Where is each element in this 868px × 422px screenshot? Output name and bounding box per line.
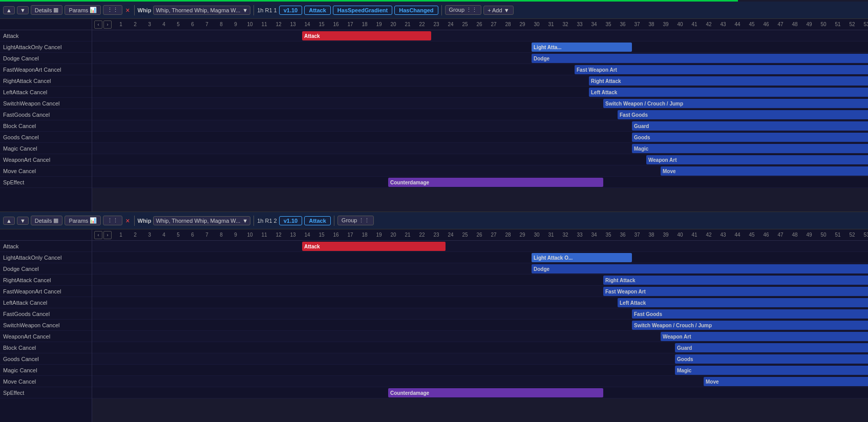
toolbar-sep-1a [134,5,135,15]
block-12[interactable]: Move [661,166,868,176]
frame-number-10: 10 [243,229,257,241]
block-9[interactable]: Goods [632,133,868,142]
nav-left-2[interactable]: ‹ [94,231,102,239]
row-label-5: LeftAttack Cancel [0,297,92,308]
frame-number-30: 30 [530,19,544,30]
block-1[interactable]: Light Atta... [532,43,632,52]
frame-number-11: 11 [257,19,271,30]
weapon-dropdown-arrow-2: ▼ [242,218,248,224]
frame-number-2: 2 [128,19,142,30]
attack-badge-2[interactable]: Attack [304,216,331,225]
row-label-3: RightAttack Cancel [0,275,92,286]
collapse-up-btn-1[interactable]: ▲ [3,6,15,14]
group-label-1: Group ⋮⋮ [449,7,478,13]
add-btn-1[interactable]: + Add ▼ [483,6,513,15]
block-4[interactable]: Right Attack [589,76,868,86]
weapon-select-1[interactable]: Whip, Thorned Whip, Magma W... ▼ [153,6,250,15]
params-btn-1[interactable]: Params 📊 [65,5,101,15]
frame-number-41: 41 [687,19,702,30]
block-0[interactable]: Attack [302,242,446,251]
collapse-down-btn-1[interactable]: ▼ [17,6,29,14]
block-7[interactable]: Switch Weapon / Crouch / Jump [632,321,868,330]
frame-number-41: 41 [687,229,702,241]
frame-number-47: 47 [773,19,788,30]
block-11[interactable]: Weapon Art [646,155,868,164]
collapse-up-btn-2[interactable]: ▲ [3,217,15,225]
row-label-3: FastWeaponArt Cancel [0,64,92,75]
block-9[interactable]: Guard [675,343,868,352]
close-btn-2[interactable]: × [124,217,131,225]
frame-number-5: 5 [171,19,185,30]
row-labels-2: AttackLightAttackOnly CancelDodge Cancel… [0,241,92,422]
nav-left-1[interactable]: ‹ [94,20,102,29]
block-7[interactable]: Fast Goods [618,110,868,119]
frame-number-45: 45 [745,229,759,241]
grid-btn-2[interactable]: ⋮⋮ [103,216,122,225]
collapse-down-btn-2[interactable]: ▼ [17,217,29,225]
block-6[interactable]: Switch Weapon / Crouch / Jump [603,99,868,108]
block-13[interactable]: Counterdamage [388,178,603,187]
frame-number-13: 13 [286,229,300,241]
toolbar-sep-1b [253,5,254,15]
block-10[interactable]: Goods [675,354,868,364]
frame-number-25: 25 [458,229,472,241]
block-8[interactable]: Guard [632,121,868,131]
frame-number-43: 43 [716,19,730,30]
tracks-area-2: AttackLight Attack O...DodgeRight Attack… [92,241,868,422]
frame-number-53: 53 [859,19,868,30]
frame-number-38: 38 [644,19,659,30]
block-2[interactable]: Dodge [532,54,868,63]
block-11[interactable]: Magic [675,366,868,375]
weapon-select-2[interactable]: Whip, Thorned Whip, Magma W... ▼ [153,216,250,225]
block-0[interactable]: Attack [302,31,431,40]
block-13[interactable]: Counterdamage [388,388,603,397]
frame-number-21: 21 [400,229,415,241]
frame-number-29: 29 [515,229,530,241]
details-icon-2: ▦ [53,217,58,224]
hasspeedgradient-badge-1[interactable]: HasSpeedGradient [333,6,392,15]
frame-number-32: 32 [558,229,573,241]
row-label-2: Dodge Cancel [0,53,92,64]
nav-right-2[interactable]: › [103,231,112,239]
haschanged-badge-1[interactable]: HasChanged [394,6,438,15]
row-label-7: SwitchWeapon Cancel [0,320,92,331]
frame-number-37: 37 [630,229,644,241]
details-btn-1[interactable]: Details ▦ [31,5,63,15]
block-10[interactable]: Magic [632,144,868,153]
nav-right-1[interactable]: › [103,20,112,29]
params-btn-2[interactable]: Params 📊 [65,216,101,225]
weapon-name-1: Whip, Thorned Whip, Magma W... [156,7,240,13]
frame-number-1: 1 [114,229,128,241]
frame-number-34: 34 [587,19,601,30]
group-btn-2[interactable]: Group ⋮⋮ [337,216,374,225]
block-12[interactable]: Move [704,377,868,386]
block-6[interactable]: Fast Goods [632,309,868,319]
params-label-2: Params [69,218,88,224]
frame-number-29: 29 [515,19,530,30]
block-1[interactable]: Light Attack O... [532,253,632,262]
frame-number-37: 37 [630,19,644,30]
grid-btn-1[interactable]: ⋮⋮ [103,5,122,15]
close-btn-1[interactable]: × [124,6,131,14]
nav-arrows-1: ‹ › [92,20,114,29]
block-3[interactable]: Fast Weapon Art [575,65,868,74]
frame-number-46: 46 [759,229,773,241]
group-btn-1[interactable]: Group ⋮⋮ [445,5,482,15]
attack-badge-1[interactable]: Attack [304,6,331,15]
frame-number-10: 10 [243,19,257,30]
block-3[interactable]: Right Attack [603,276,868,285]
block-2[interactable]: Dodge [532,264,868,273]
block-4[interactable]: Fast Weapon Art [603,287,868,296]
block-8[interactable]: Weapon Art [661,332,868,341]
block-5[interactable]: Left Attack [589,88,868,97]
details-btn-2[interactable]: Details ▦ [31,216,63,225]
toolbar-sep-2c [334,216,334,226]
frame-number-23: 23 [429,229,443,241]
track-row-0 [92,241,868,252]
block-5[interactable]: Left Attack [618,298,868,307]
toolbar-sep-2b [253,216,254,226]
nav-arrows-2: ‹ › [92,231,114,239]
frame-number-6: 6 [185,229,200,241]
row-label-12: Move Cancel [0,376,92,387]
panel-1: ▲ ▼ Details ▦ Params 📊 ⋮⋮ × Whip Whip, T… [0,2,868,212]
